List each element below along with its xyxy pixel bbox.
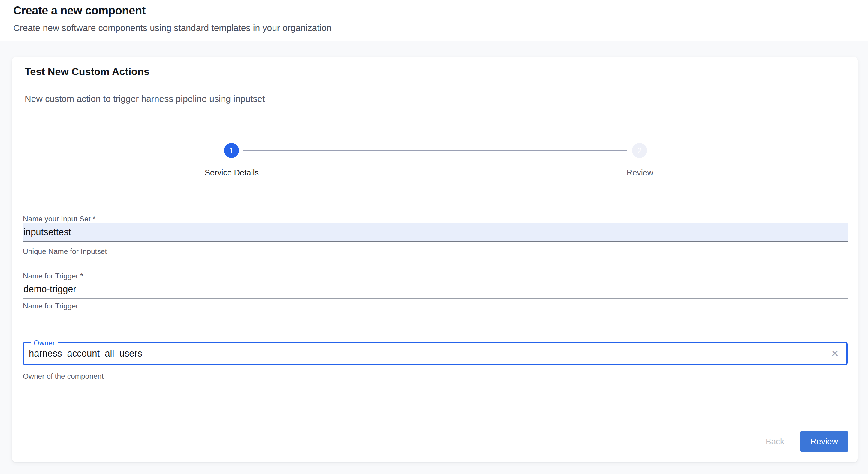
wizard-title: Test New Custom Actions <box>25 64 150 79</box>
stepper-step-2-number: 2 <box>638 146 642 155</box>
wizard-subtitle: New custom action to trigger harness pip… <box>25 92 265 105</box>
clear-icon[interactable]: ✕ <box>826 343 844 364</box>
review-button[interactable]: Review <box>800 431 848 452</box>
page-header: Create a new component Create new softwa… <box>0 0 868 41</box>
stepper-step-1-label: Service Details <box>166 167 298 178</box>
stepper-step-2-circle: 2 <box>632 143 647 158</box>
owner-helper: Owner of the component <box>23 371 103 382</box>
inputset-name-input[interactable]: inputsettest <box>23 224 847 242</box>
page-subtitle: Create new software components using sta… <box>13 22 332 34</box>
trigger-name-input[interactable]: demo-trigger <box>23 280 847 299</box>
stepper-step-1-circle: 1 <box>224 143 239 158</box>
page-title: Create a new component <box>13 2 146 19</box>
inputset-name-helper: Unique Name for Inputset <box>23 246 107 257</box>
text-cursor <box>143 348 144 359</box>
back-button[interactable]: Back <box>754 431 796 452</box>
stepper-step-2-label: Review <box>574 167 706 178</box>
template-wizard-card: Test New Custom Actions New custom actio… <box>12 57 858 462</box>
stepper-connector-line <box>243 150 627 151</box>
inputset-name-label: Name your Input Set * <box>23 214 95 224</box>
stepper-step-1-number: 1 <box>229 146 234 155</box>
trigger-name-label: Name for Trigger * <box>23 271 83 281</box>
trigger-name-value: demo-trigger <box>23 280 847 298</box>
owner-label: Owner <box>31 338 58 348</box>
trigger-name-helper: Name for Trigger <box>23 301 78 311</box>
inputset-name-value: inputsettest <box>23 224 847 241</box>
owner-input[interactable]: Owner harness_account_all_users ✕ <box>23 342 847 365</box>
create-component-page: Create a new component Create new softwa… <box>0 0 868 474</box>
